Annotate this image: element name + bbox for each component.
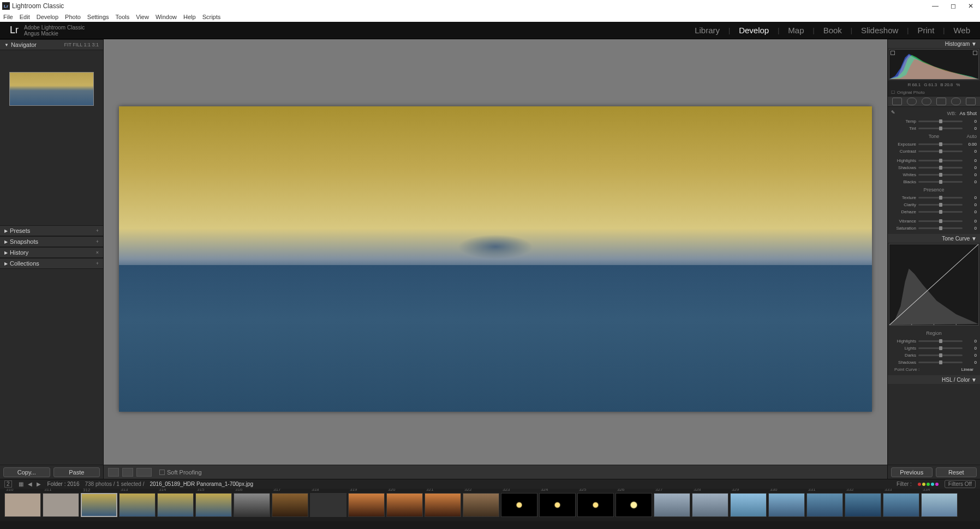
filters-off-button[interactable]: Filters Off	[945, 480, 976, 488]
thumb-323[interactable]: 323	[501, 493, 537, 517]
panel-history[interactable]: ▶History×	[0, 247, 103, 258]
back-icon[interactable]: ◀	[27, 481, 33, 487]
module-develop[interactable]: Develop	[739, 26, 769, 35]
panel-collections[interactable]: ▶Collections+	[0, 258, 103, 269]
auto-button[interactable]: Auto	[966, 134, 977, 139]
shadow-clip-icon[interactable]	[891, 51, 895, 55]
thumb-316[interactable]: 316	[234, 493, 270, 517]
tone-blacks-slider[interactable]: Blacks0	[891, 178, 977, 185]
thumb-328[interactable]: 328	[692, 493, 728, 517]
forward-icon[interactable]: ▶	[35, 481, 42, 487]
thumb-334[interactable]: 334	[921, 493, 958, 517]
paste-button[interactable]: Paste	[53, 467, 100, 477]
navigator-thumbnail[interactable]	[9, 72, 94, 106]
presence-clarity-slider[interactable]: Clarity0	[891, 201, 977, 208]
thumb-317[interactable]: 317	[272, 493, 308, 517]
presence-texture-slider[interactable]: Texture0	[891, 194, 977, 201]
folder-path[interactable]: Folder : 2016	[47, 481, 80, 487]
thumb-314[interactable]: 314	[157, 493, 194, 517]
menu-settings[interactable]: Settings	[87, 14, 109, 20]
thumb-318[interactable]: 318	[310, 493, 346, 517]
thumb-325[interactable]: 325	[577, 493, 614, 517]
point-curve-row[interactable]: Point Curve : Linear	[891, 366, 977, 373]
tone-highlights-slider[interactable]: Highlights0	[891, 157, 977, 164]
tone-exposure-slider[interactable]: Exposure0.00	[891, 141, 977, 148]
presence-saturation-slider[interactable]: Saturation0	[891, 225, 977, 232]
reset-button[interactable]: Reset	[936, 467, 977, 477]
presence-dehaze-slider[interactable]: Dehaze0	[891, 208, 977, 215]
filter-flags[interactable]	[917, 481, 939, 487]
menu-file[interactable]: File	[3, 14, 13, 20]
menu-photo[interactable]: Photo	[65, 14, 81, 20]
spot-removal-tool[interactable]	[907, 98, 917, 105]
original-photo-row[interactable]: ☐Original Photo	[888, 88, 980, 96]
wb-tint-slider[interactable]: Tint0	[891, 125, 977, 132]
thumb-320[interactable]: 320	[386, 493, 423, 517]
before-after-split-button[interactable]	[136, 468, 152, 477]
hsl-header[interactable]: HSL / Color ▼	[888, 375, 980, 384]
region-highlights-slider[interactable]: Highlights0	[891, 338, 977, 345]
menu-develop[interactable]: Develop	[37, 14, 58, 20]
histogram-header[interactable]: Histogram ▼	[888, 39, 980, 48]
navigator-header[interactable]: ▼ Navigator FIT FILL 1:1 3:1	[0, 39, 103, 50]
thumb-310[interactable]: 310	[4, 493, 41, 517]
maximize-button[interactable]: ◻	[951, 2, 956, 10]
wb-temp-slider[interactable]: Temp0	[891, 118, 977, 125]
grid-icon[interactable]: ▦	[17, 481, 25, 487]
close-button[interactable]: ✕	[968, 2, 973, 10]
tone-curve[interactable]	[889, 244, 979, 326]
menu-window[interactable]: Window	[156, 14, 177, 20]
thumb-315[interactable]: 315	[195, 493, 232, 517]
eyedropper-icon[interactable]: ✎	[891, 110, 899, 117]
menu-scripts[interactable]: Scripts	[202, 14, 221, 20]
point-curve-value[interactable]: Linear	[961, 367, 973, 372]
wb-value[interactable]: As Shot	[959, 111, 977, 116]
menu-tools[interactable]: Tools	[116, 14, 130, 20]
thumb-312[interactable]: 312	[81, 493, 117, 517]
previous-button[interactable]: Previous	[891, 467, 933, 477]
tone-whites-slider[interactable]: Whites0	[891, 171, 977, 178]
menu-edit[interactable]: Edit	[20, 14, 30, 20]
region-shadows-slider[interactable]: Shadows0	[891, 359, 977, 366]
thumb-321[interactable]: 321	[425, 493, 461, 517]
main-preview-image[interactable]	[119, 106, 872, 412]
thumb-326[interactable]: 326	[616, 493, 652, 517]
second-window-button[interactable]: 2	[4, 480, 12, 488]
module-slideshow[interactable]: Slideshow	[861, 26, 898, 35]
tone-curve-header[interactable]: Tone Curve ▼	[888, 234, 980, 243]
region-darks-slider[interactable]: Darks0	[891, 352, 977, 359]
brush-tool[interactable]	[966, 98, 976, 105]
histogram[interactable]	[889, 49, 979, 80]
thumb-324[interactable]: 324	[539, 493, 576, 517]
presence-vibrance-slider[interactable]: Vibrance0	[891, 218, 977, 225]
thumb-313[interactable]: 313	[119, 493, 156, 517]
before-after-button[interactable]	[122, 468, 133, 477]
module-print[interactable]: Print	[917, 26, 934, 35]
soft-proofing-checkbox[interactable]	[159, 470, 165, 475]
redeye-tool[interactable]	[922, 98, 931, 105]
highlight-clip-icon[interactable]	[973, 51, 977, 55]
thumb-330[interactable]: 330	[768, 493, 805, 517]
module-web[interactable]: Web	[953, 26, 970, 35]
menu-view[interactable]: View	[136, 14, 149, 20]
tone-shadows-slider[interactable]: Shadows0	[891, 164, 977, 171]
panel-snapshots[interactable]: ▶Snapshots+	[0, 236, 103, 247]
copy-button[interactable]: Copy...	[3, 467, 50, 477]
graduated-filter-tool[interactable]	[936, 98, 946, 105]
region-lights-slider[interactable]: Lights0	[891, 345, 977, 352]
loupe-view-button[interactable]	[108, 468, 119, 477]
thumb-327[interactable]: 327	[654, 493, 690, 517]
thumb-322[interactable]: 322	[463, 493, 499, 517]
minimize-button[interactable]: —	[932, 2, 939, 10]
thumb-331[interactable]: 331	[806, 493, 843, 517]
module-map[interactable]: Map	[788, 26, 804, 35]
menu-help[interactable]: Help	[183, 14, 196, 20]
thumb-332[interactable]: 332	[845, 493, 881, 517]
thumb-329[interactable]: 329	[730, 493, 767, 517]
module-book[interactable]: Book	[823, 26, 842, 35]
panel-presets[interactable]: ▶Presets+	[0, 225, 103, 236]
filmstrip[interactable]: 3103113123133143153163173183193203213223…	[0, 489, 980, 521]
module-library[interactable]: Library	[695, 26, 720, 35]
crop-tool[interactable]	[892, 98, 902, 105]
navigator-zoom[interactable]: FIT FILL 1:1 3:1	[64, 42, 99, 47]
